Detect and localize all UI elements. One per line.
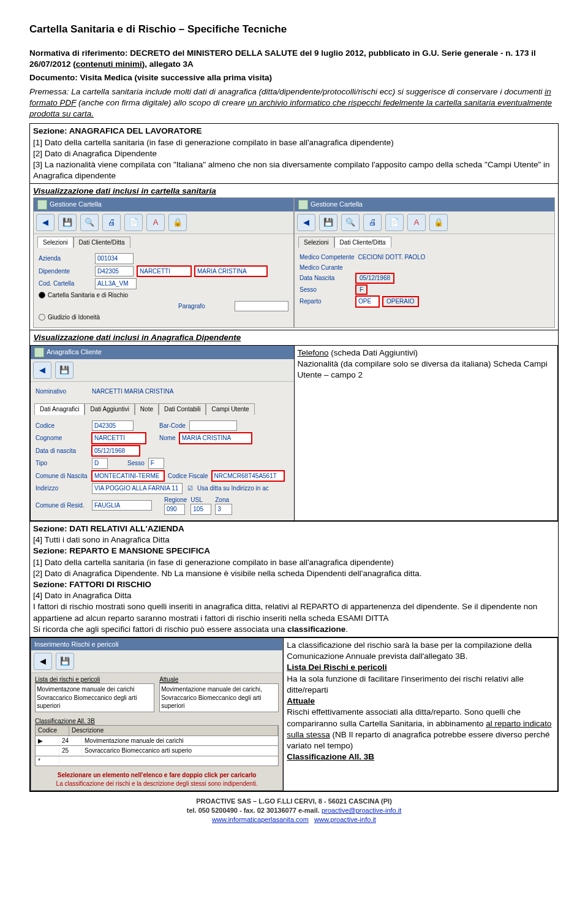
back-icon[interactable]: ◀ (34, 653, 52, 670)
tab-campi-utente[interactable]: Campi Utente (206, 403, 254, 415)
app-icon (298, 200, 308, 210)
tab-dati-contabili[interactable]: Dati Contabili (159, 403, 206, 415)
tab-selezioni[interactable]: Selezioni (37, 237, 74, 248)
back-icon[interactable]: ◀ (33, 362, 51, 379)
indirizzo-field[interactable]: VIA POGGIO ALLA FARNIA 11 (92, 483, 183, 494)
comune-nascita-field[interactable]: MONTECATINI-TERME (92, 471, 164, 482)
gestione-cartella-right: Gestione Cartella ◀ 💾 🔍 🖨 📄 A 🔒 Selezion… (294, 197, 555, 328)
reparto-code[interactable]: OPE (356, 296, 379, 307)
vis-anagrafica-header: Visualizzazione dati inclusi in Anagrafi… (34, 333, 241, 342)
page-footer: PROACTIVE SAS – L.GO F.LLI CERVI, 8 - 56… (29, 797, 559, 824)
back-icon[interactable]: ◀ (36, 214, 55, 231)
pdf-icon[interactable]: A (407, 214, 426, 231)
nome-field[interactable]: MARIA CRISTINA (195, 266, 267, 277)
medico-competente-value: CECIONI DOTT. PAOLO (358, 253, 426, 262)
tab-note[interactable]: Note (135, 403, 159, 415)
zoom-icon[interactable]: 🔍 (341, 214, 360, 231)
doc-title: Cartella Sanitaria e di Rischio – Specif… (29, 23, 559, 36)
anagrafica-cliente-shot: Anagrafica Cliente ◀ 💾 NominativoNARCETT… (31, 346, 294, 520)
print-icon[interactable]: 🖨 (102, 214, 121, 231)
email-link[interactable]: proactive@proactive-info.it (322, 807, 401, 814)
save-icon[interactable]: 💾 (55, 362, 74, 379)
save-icon[interactable]: 💾 (319, 214, 337, 231)
sesso-value: F (356, 285, 367, 295)
cognome-field[interactable]: NARCETTI (92, 433, 146, 444)
nome-field[interactable]: MARIA CRISTINA (179, 433, 252, 444)
sezione-anagrafica-lavoratore: Sezione: ANAGRAFICA DEL LAVORATORE [1] D… (29, 123, 559, 792)
dipendente-field[interactable]: D42305 (95, 266, 134, 277)
premessa: Premessa: La cartella sanitaria include … (29, 86, 559, 120)
vis-cartella-header: Visualizzazione dati inclusi in cartella… (33, 186, 555, 197)
tab-dati-cliente[interactable]: Dati Cliente/Ditta (74, 237, 130, 248)
doc-icon[interactable]: 📄 (124, 214, 143, 231)
sesso-field[interactable]: F (148, 458, 164, 469)
lock-icon[interactable]: 🔒 (168, 214, 187, 231)
save-icon[interactable]: 💾 (58, 214, 77, 231)
cod-cartella-field[interactable]: ALL3A_VM (95, 278, 137, 289)
cognome-field[interactable]: NARCETTI (137, 266, 191, 277)
usl-field[interactable]: 105 (190, 504, 211, 515)
data-nascita-value: 05/12/1968 (356, 273, 394, 283)
tipo-field[interactable]: D (92, 458, 108, 469)
codice-field[interactable]: D42305 (92, 420, 134, 431)
attuale-list[interactable]: Movimentazione manuale dei carichi, Sovr… (159, 683, 279, 712)
barcode-field[interactable] (189, 420, 237, 431)
doc-icon[interactable]: 📄 (385, 214, 404, 231)
pdf-icon[interactable]: A (146, 214, 165, 231)
back-icon[interactable]: ◀ (297, 214, 315, 231)
data-nascita-field[interactable]: 05/12/1968 (92, 446, 140, 457)
gestione-cartella-left: Gestione Cartella ◀ 💾 🔍 🖨 📄 A 🔒 Selezion… (33, 197, 294, 328)
reparto-desc: OPERAIO (383, 297, 418, 306)
print-icon[interactable]: 🖨 (363, 214, 382, 231)
paragrafo-field[interactable] (235, 301, 288, 311)
radio-giudizio[interactable]: Giudizio di Idoneità (39, 313, 288, 322)
regione-field[interactable]: 090 (164, 504, 185, 515)
grid-row[interactable]: ▶24Movimentazione manuale dei carichi (35, 736, 279, 747)
zona-field[interactable]: 3 (215, 504, 232, 515)
nominativo-value: NARCETTI MARIA CRISTINA (92, 387, 173, 396)
documento-line: Documento: Visita Medica (visite success… (29, 72, 559, 83)
codice-fiscale-field[interactable]: NRCMCR68T45A561T (212, 471, 284, 482)
save-icon[interactable]: 💾 (56, 653, 74, 670)
app-icon (37, 200, 47, 210)
azienda-field[interactable]: 001034 (95, 253, 134, 264)
lock-icon[interactable]: 🔒 (429, 214, 448, 231)
app-icon (34, 348, 44, 357)
zoom-icon[interactable]: 🔍 (80, 214, 99, 231)
normativa: Normativa di riferimento: DECRETO del MI… (29, 48, 559, 70)
radio-cartella[interactable]: Cartella Sanitaria e di Rischio (39, 291, 288, 300)
grid-row[interactable]: 25Sovraccarico Biomeccanico arti superio (35, 746, 279, 756)
tab-dati-cliente[interactable]: Dati Cliente/Ditta (334, 237, 391, 248)
tab-dati-anagrafici[interactable]: Dati Anagrafici (34, 403, 85, 415)
inserimento-rischi-shot: Inserimento Rischi e pericoli ◀ 💾 Lista … (31, 638, 283, 791)
tab-selezioni[interactable]: Selezioni (298, 237, 334, 248)
tab-dati-aggiuntivi[interactable]: Dati Aggiuntivi (85, 403, 134, 415)
site-link-1[interactable]: www.informaticaperlasanita.com (212, 816, 309, 823)
lista-rischi[interactable]: Movimentazone manuale dei carichiSovracc… (35, 683, 154, 712)
comune-resid-field[interactable]: FAUGLIA (92, 500, 152, 511)
site-link-2[interactable]: www.proactive-info.it (314, 816, 376, 823)
